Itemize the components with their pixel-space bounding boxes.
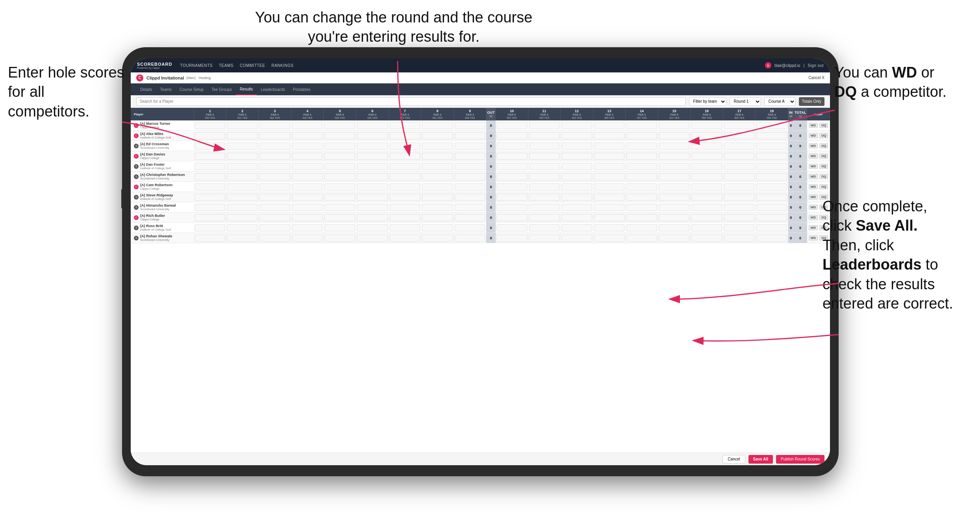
score-input-h4-p7[interactable]	[292, 194, 323, 201]
score-input-h4-p0[interactable]	[292, 122, 323, 129]
score-input-h1-p2[interactable]	[195, 142, 225, 150]
hole-14-score[interactable]	[626, 172, 658, 182]
score-input-h1-p6[interactable]	[195, 183, 225, 190]
score-input-h16-p11[interactable]	[691, 235, 722, 242]
hole-16-score[interactable]	[691, 202, 723, 213]
hole-4-score[interactable]	[291, 131, 324, 141]
hole-15-score[interactable]	[658, 141, 691, 151]
hole-5-score[interactable]	[324, 120, 356, 131]
hole-18-score[interactable]	[756, 151, 788, 161]
score-input-h7-p7[interactable]	[390, 194, 421, 201]
hole-11-score[interactable]	[528, 131, 561, 141]
hole-18-score[interactable]	[756, 131, 788, 141]
hole-18-score[interactable]	[756, 202, 788, 213]
score-input-h6-p11[interactable]	[357, 235, 388, 242]
hole-16-score[interactable]	[691, 182, 723, 192]
hole-9-score[interactable]	[454, 192, 486, 202]
score-input-h13-p1[interactable]	[594, 132, 625, 139]
hole-17-score[interactable]	[723, 202, 756, 213]
score-input-h3-p5[interactable]	[259, 173, 290, 180]
score-input-h1-p7[interactable]	[195, 194, 225, 201]
score-input-h8-p8[interactable]	[422, 204, 453, 211]
hole-7-score[interactable]	[389, 161, 421, 172]
score-input-h13-p9[interactable]	[594, 214, 625, 221]
hole-6-score[interactable]	[356, 141, 389, 151]
nav-teams[interactable]: TEAMS	[219, 63, 233, 68]
score-input-h15-p11[interactable]	[659, 235, 690, 242]
hole-1-score[interactable]	[194, 172, 226, 182]
score-input-h17-p6[interactable]	[724, 183, 755, 190]
hole-6-score[interactable]	[356, 161, 389, 172]
hole-8-score[interactable]	[421, 172, 454, 182]
hole-3-score[interactable]	[259, 213, 291, 223]
hole-18-score[interactable]	[756, 141, 788, 151]
hole-6-score[interactable]	[356, 192, 389, 202]
score-input-h7-p6[interactable]	[390, 183, 421, 190]
hole-11-score[interactable]	[528, 213, 561, 223]
hole-15-score[interactable]	[658, 202, 691, 213]
score-input-h4-p8[interactable]	[292, 204, 323, 211]
score-input-h1-p1[interactable]	[195, 132, 225, 139]
score-input-h6-p9[interactable]	[357, 214, 388, 221]
hole-9-score[interactable]	[454, 141, 486, 151]
hole-12-score[interactable]	[561, 161, 593, 172]
hole-17-score[interactable]	[723, 223, 756, 233]
hole-6-score[interactable]	[356, 131, 389, 141]
score-input-h9-p5[interactable]	[455, 173, 485, 180]
score-input-h11-p11[interactable]	[529, 235, 560, 242]
hole-1-score[interactable]	[194, 192, 226, 202]
hole-7-score[interactable]	[389, 213, 421, 223]
filter-team-select[interactable]: Filter by team	[689, 97, 726, 106]
score-input-h9-p0[interactable]	[455, 122, 485, 129]
score-input-h9-p3[interactable]	[455, 153, 485, 160]
hole-12-score[interactable]	[561, 151, 593, 161]
score-input-h12-p11[interactable]	[561, 235, 592, 242]
hole-4-score[interactable]	[291, 213, 324, 223]
hole-8-score[interactable]	[421, 120, 454, 131]
hole-9-score[interactable]	[454, 223, 486, 233]
tab-results[interactable]: Results	[236, 83, 257, 95]
hole-3-score[interactable]	[259, 202, 291, 213]
score-input-h5-p4[interactable]	[324, 163, 355, 170]
hole-17-score[interactable]	[723, 182, 756, 192]
hole-16-score[interactable]	[691, 192, 723, 202]
hole-17-score[interactable]	[723, 131, 756, 141]
hole-14-score[interactable]	[626, 120, 658, 131]
score-input-h2-p7[interactable]	[227, 194, 258, 201]
tab-details[interactable]: Details	[136, 83, 156, 95]
score-input-h12-p1[interactable]	[561, 132, 592, 139]
hole-16-score[interactable]	[691, 161, 723, 172]
hole-3-score[interactable]	[259, 182, 291, 192]
course-select[interactable]: Course A	[764, 97, 796, 106]
hole-13-score[interactable]	[593, 182, 626, 192]
hole-13-score[interactable]	[593, 233, 626, 243]
score-input-h13-p0[interactable]	[594, 122, 625, 129]
hole-15-score[interactable]	[658, 213, 691, 223]
hole-5-score[interactable]	[324, 223, 356, 233]
score-input-h11-p4[interactable]	[529, 163, 560, 170]
hole-13-score[interactable]	[593, 141, 626, 151]
score-input-h11-p6[interactable]	[529, 183, 560, 190]
hole-7-score[interactable]	[389, 141, 421, 151]
score-input-h14-p4[interactable]	[626, 163, 657, 170]
score-input-h8-p4[interactable]	[422, 163, 453, 170]
hole-4-score[interactable]	[291, 120, 324, 131]
score-input-h16-p9[interactable]	[691, 214, 722, 221]
score-input-h5-p6[interactable]	[324, 183, 355, 190]
hole-3-score[interactable]	[259, 161, 291, 172]
hole-4-score[interactable]	[291, 182, 324, 192]
hole-4-score[interactable]	[291, 233, 324, 243]
score-input-h8-p7[interactable]	[422, 194, 453, 201]
score-input-h13-p6[interactable]	[594, 183, 625, 190]
hole-11-score[interactable]	[528, 120, 561, 131]
wd-button[interactable]: WD	[809, 133, 818, 138]
hole-2-score[interactable]	[226, 192, 259, 202]
hole-5-score[interactable]	[324, 182, 356, 192]
score-input-h14-p0[interactable]	[626, 122, 657, 129]
score-input-h15-p3[interactable]	[659, 153, 690, 160]
hole-15-score[interactable]	[658, 192, 691, 202]
score-input-h2-p8[interactable]	[227, 204, 258, 211]
score-input-h10-p1[interactable]	[496, 132, 527, 139]
hole-12-score[interactable]	[561, 233, 593, 243]
score-input-h4-p3[interactable]	[292, 153, 323, 160]
